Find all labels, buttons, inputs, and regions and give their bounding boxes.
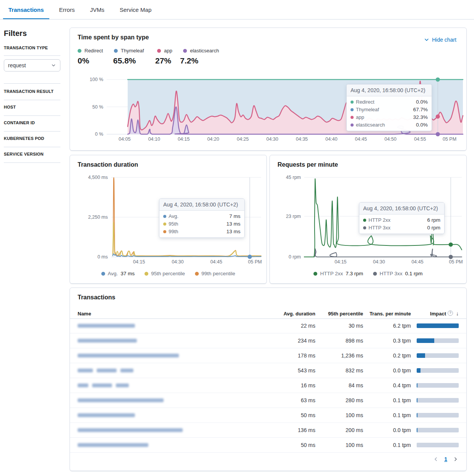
redacted-name-segment: [78, 413, 135, 417]
impact-cell: [411, 323, 459, 328]
hover-marker-dot: [449, 255, 453, 259]
x-axis-tick-label: 04:45: [411, 259, 423, 265]
y-axis-tick-label: 45 rpm: [286, 175, 301, 180]
p95-cell: 898 ms: [315, 338, 363, 344]
chevron-down-icon: [51, 63, 56, 68]
impact-bar-fill: [417, 323, 459, 328]
transaction-name-link[interactable]: [78, 369, 271, 372]
transaction-duration-legend: Avg.37 ms95th percentile99th percentile: [70, 271, 266, 276]
divider: [4, 83, 60, 84]
table-row: 63 ms280 ms0.1 tpm: [70, 393, 466, 408]
legend-value: 37 ms: [120, 271, 135, 276]
impact-bar-fill: [417, 338, 434, 343]
transaction-type-select[interactable]: request: [4, 59, 60, 71]
transaction-duration-chart[interactable]: 4,500 ms2,250 ms0 ms04:1504:3004:4505 PM: [70, 155, 266, 283]
table-row: 543 ms832 ms0.0 tpm: [70, 363, 466, 378]
transaction-name-link[interactable]: [78, 398, 271, 402]
transaction-name-link[interactable]: [78, 413, 271, 417]
tpm-cell: 6.2 tpm: [363, 323, 411, 329]
tpm-cell: 0.1 tpm: [363, 442, 411, 448]
redacted-name-segment: [97, 369, 117, 372]
legend-item-avg-[interactable]: Avg.37 ms: [101, 271, 135, 276]
legend-dot-icon: [313, 272, 317, 276]
impact-bar-track: [417, 368, 459, 373]
table-row: 16 ms84 ms0.4 tpm: [70, 378, 466, 393]
filter-section-kubernetes-pod[interactable]: KUBERNETES POD: [4, 136, 60, 141]
x-axis-tick-label: 04:30: [373, 259, 385, 265]
legend-label: 95th percentile: [151, 271, 185, 276]
impact-bar-fill: [417, 413, 417, 418]
y-axis-tick-label: 2,250 ms: [88, 214, 108, 220]
filter-section-container-id[interactable]: CONTAINER ID: [4, 120, 60, 125]
redacted-name-segment: [120, 369, 133, 372]
p95-cell: 832 ms: [315, 367, 363, 374]
x-axis-tick-label: 05 PM: [449, 259, 463, 265]
tpm-cell: 0.4 tpm: [363, 382, 411, 388]
time-spent-panel: Time spent by span type Hide chart Redir…: [70, 28, 467, 151]
legend-label: HTTP 2xx: [320, 271, 343, 276]
transaction-name-link[interactable]: [78, 428, 271, 432]
requests-per-minute-chart[interactable]: 45 rpm23 rpm0 rpm04:1504:3004:4505 PM: [270, 155, 466, 283]
redacted-name-segment: [78, 383, 88, 387]
legend-label: HTTP 3xx: [380, 271, 403, 276]
transaction-name-link[interactable]: [78, 339, 271, 343]
impact-bar-fill: [417, 353, 425, 358]
divider: [4, 115, 60, 116]
time-spent-chart[interactable]: 100 %50 %0 %04:0504:1004:1504:2004:2504:…: [70, 28, 466, 150]
transaction-duration-panel: Transaction duration 4,500 ms2,250 ms0 m…: [70, 155, 267, 284]
tab-service-map[interactable]: Service Map: [114, 0, 157, 19]
column-header-avg-duration[interactable]: Avg. duration: [271, 311, 315, 317]
y-axis-tick-label: 0 ms: [97, 254, 108, 260]
legend-item-95th-percentile[interactable]: 95th percentile: [144, 271, 185, 276]
redacted-name-segment: [116, 383, 129, 387]
tab-errors[interactable]: Errors: [54, 0, 80, 19]
y-axis-tick-label: 0 rpm: [289, 254, 301, 260]
filter-section-service-version[interactable]: SERVICE VERSION: [4, 152, 60, 156]
tab-bar: Transactions Errors JVMs Service Map: [0, 0, 474, 19]
impact-cell: [411, 443, 459, 447]
x-axis-tick-label: 04:40: [325, 136, 337, 142]
column-header-impact[interactable]: Impact?↓: [411, 310, 459, 317]
column-header-95th-percentile[interactable]: 95th percentile: [315, 311, 363, 317]
avg-duration-cell: 16 ms: [271, 382, 315, 388]
sort-desc-arrow-icon: ↓: [456, 310, 459, 317]
impact-bar-fill: [417, 368, 420, 373]
legend-item-http-3xx[interactable]: HTTP 3xx0.1 rpm: [373, 271, 423, 276]
x-axis-tick-label: 04:10: [148, 136, 160, 142]
question-in-circle-icon: ?: [448, 310, 453, 316]
impact-cell: [411, 383, 459, 388]
legend-item-http-2xx[interactable]: HTTP 2xx7.3 rpm: [313, 271, 363, 276]
table-row: 50 ms100 ms0.1 tpm: [70, 438, 466, 453]
impact-bar-track: [417, 383, 459, 388]
avg-duration-cell: 63 ms: [271, 397, 315, 403]
p95-cell: 200 ms: [315, 427, 363, 433]
legend-value: 7.3 rpm: [346, 271, 363, 276]
tpm-cell: 0.2 tpm: [363, 353, 411, 359]
transaction-name-link[interactable]: [78, 354, 271, 357]
y-axis-tick-label: 0 %: [95, 132, 103, 137]
tab-transactions[interactable]: Transactions: [3, 0, 49, 19]
transaction-name-link[interactable]: [78, 443, 271, 447]
apm-transactions-page: Transactions Errors JVMs Service Map Fil…: [0, 0, 474, 476]
transaction-name-link[interactable]: [78, 383, 271, 387]
hover-marker-dot: [436, 132, 440, 136]
tab-jvms[interactable]: JVMs: [84, 0, 110, 19]
legend-item-99th-percentile[interactable]: 99th percentile: [195, 271, 235, 276]
page-number-1[interactable]: 1: [444, 456, 447, 462]
column-header-name[interactable]: Name: [78, 311, 271, 317]
y-axis-tick-label: 23 rpm: [286, 214, 301, 219]
previous-page-button[interactable]: [433, 456, 439, 462]
filter-section-transaction-result[interactable]: TRANSACTION RESULT: [4, 89, 60, 94]
impact-cell: [411, 413, 459, 418]
impact-bar-track: [417, 413, 459, 418]
impact-bar-track: [417, 353, 459, 358]
filter-section-host[interactable]: HOST: [4, 105, 60, 109]
column-header-trans-per-minute[interactable]: Trans. per minute: [363, 311, 411, 317]
transaction-name-link[interactable]: [78, 324, 271, 328]
x-axis-tick-label: 04:35: [296, 136, 308, 142]
divider: [4, 100, 60, 100]
transaction-type-value: request: [8, 62, 26, 68]
redacted-name-segment: [78, 443, 148, 447]
x-axis-tick-label: 04:50: [385, 136, 396, 142]
next-page-button[interactable]: [453, 456, 459, 462]
